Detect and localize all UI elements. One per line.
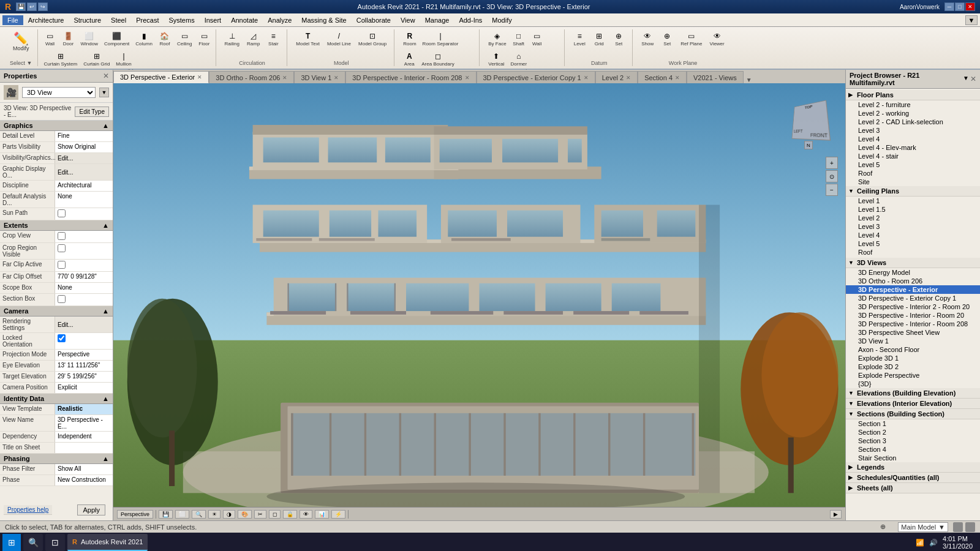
analysis-display-btn[interactable]: 📊: [315, 510, 329, 519]
menu-insert[interactable]: Insert: [200, 15, 227, 25]
ribbon-btn-ceiling[interactable]: ▭ Ceiling: [175, 29, 194, 48]
pb-cp-level5[interactable]: Level 5: [846, 239, 980, 248]
ribbon-btn-component[interactable]: ⬛ Component: [102, 29, 132, 48]
ribbon-btn-wall[interactable]: ▭ Wall: [42, 29, 59, 48]
far-clip-checkbox[interactable]: [58, 261, 66, 269]
show-hide-crop-btn[interactable]: ◻: [269, 510, 281, 519]
pb-item-level2-furniture[interactable]: Level 2 - furniture: [846, 100, 980, 109]
edit-type-button[interactable]: Edit Type: [75, 107, 109, 117]
nav-zoom-extent-btn[interactable]: ⊙: [826, 170, 838, 182]
main-model-dropdown[interactable]: Main Model ▼: [898, 522, 948, 532]
ribbon-btn-railing[interactable]: ⊥ Railing: [222, 29, 242, 48]
menu-architecture[interactable]: Architecture: [23, 15, 69, 25]
menu-precast[interactable]: Precast: [131, 15, 164, 25]
pb-cat-floor-plans[interactable]: ▶ Floor Plans: [846, 90, 980, 100]
ribbon-btn-set[interactable]: ⊕ Set: [610, 29, 627, 48]
display-model-btn[interactable]: ⬜: [175, 510, 189, 519]
properties-close-btn[interactable]: ✕: [103, 72, 109, 80]
sun-path-checkbox[interactable]: [58, 209, 66, 217]
pb-item-site[interactable]: Site: [846, 178, 980, 186]
pb-3d[interactable]: {3D}: [846, 380, 980, 388]
compass-icon[interactable]: N: [804, 141, 813, 149]
save-orientation-btn[interactable]: 💾: [159, 510, 173, 519]
menu-manage[interactable]: Manage: [420, 15, 454, 25]
qat-redo-btn[interactable]: ↪: [38, 2, 48, 11]
pb-item-level5[interactable]: Level 5: [846, 160, 980, 169]
identity-section-header[interactable]: Identity Data ▲: [0, 394, 113, 404]
locked-orient-checkbox[interactable]: [58, 334, 66, 342]
properties-help-link[interactable]: Properties help: [4, 505, 52, 515]
pb-3d-view-1[interactable]: 3D View 1: [846, 337, 980, 345]
ribbon-btn-door[interactable]: 🚪 Door: [60, 29, 77, 48]
pb-item-level2-cad[interactable]: Level 2 - CAD Link-selection: [846, 118, 980, 126]
pb-cat-schedules[interactable]: ▶ Schedules/Quantities (all): [846, 473, 980, 483]
tab-close-icon[interactable]: ✕: [334, 75, 339, 81]
ribbon-btn-window[interactable]: ⬜ Window: [78, 29, 100, 48]
nav-zoom-in-btn[interactable]: +: [826, 157, 838, 169]
tab-3d-view-1[interactable]: 3D View 1 ✕: [294, 71, 345, 83]
pb-section-1[interactable]: Section 1: [846, 419, 980, 428]
graphic-display-btn[interactable]: Edit...: [55, 164, 113, 180]
minimize-btn[interactable]: ─: [944, 2, 954, 11]
phasing-section-header[interactable]: Phasing ▲: [0, 454, 113, 464]
pb-cat-sections-building[interactable]: ▼ Sections (Building Section): [846, 409, 980, 419]
viewcube-box[interactable]: TOP LEFT FRONT: [792, 100, 831, 140]
ribbon-btn-ref-plane[interactable]: ▭ Ref Plane: [678, 29, 704, 48]
sync-icon[interactable]: [953, 522, 963, 532]
ribbon-btn-column[interactable]: ▮ Column: [133, 29, 155, 48]
tab-3d-perspective-exterior-copy[interactable]: 3D Perspective - Exterior Copy 1 ✕: [477, 71, 595, 83]
ribbon-btn-model-group[interactable]: ⊡ Model Group: [356, 29, 389, 48]
pb-cp-roof[interactable]: Roof: [846, 248, 980, 257]
pb-collapse-btn[interactable]: ▼: [963, 75, 969, 83]
menu-collaborate[interactable]: Collaborate: [352, 15, 396, 25]
tab-close-icon[interactable]: ✕: [465, 75, 470, 81]
section-box-checkbox[interactable]: [58, 295, 66, 303]
ribbon-btn-floor[interactable]: ▭ Floor: [195, 29, 213, 48]
pb-explode-3d-1[interactable]: Explode 3D 1: [846, 354, 980, 362]
visibility-graphics-btn[interactable]: Edit...: [55, 153, 113, 163]
ribbon-btn-level[interactable]: ≡ Level: [571, 29, 588, 48]
view-type-dropdown[interactable]: 3D View: [22, 87, 96, 98]
warning-icon[interactable]: [965, 522, 975, 532]
taskbar-revit-app[interactable]: R Autodesk Revit 2021: [67, 534, 148, 551]
tabs-overflow-btn[interactable]: ▼: [746, 77, 752, 83]
pb-stair-section[interactable]: Stair Section: [846, 454, 980, 462]
pb-cat-legends[interactable]: ▶ Legends: [846, 462, 980, 473]
camera-section-header[interactable]: Camera ▲: [0, 306, 113, 317]
pb-3d-perspective-interior[interactable]: 3D Perspective - Interior - Room 20: [846, 311, 980, 320]
ribbon-btn-dormer[interactable]: ⌂ Dormer: [508, 50, 530, 69]
ribbon-btn-room-sep[interactable]: | Room Separator: [420, 29, 461, 48]
sun-path-btn[interactable]: ☀: [208, 510, 221, 519]
tab-close-icon[interactable]: ✕: [282, 75, 287, 81]
show-rendering-btn[interactable]: 👁: [300, 510, 312, 519]
ribbon-btn-model-text[interactable]: T Model Text: [293, 29, 322, 48]
extents-section-header[interactable]: Extents ▲: [0, 220, 113, 231]
pb-section-2[interactable]: Section 2: [846, 428, 980, 437]
perspective-mode-btn[interactable]: Perspective: [117, 510, 153, 519]
menu-file[interactable]: File: [2, 15, 23, 25]
apply-button[interactable]: Apply: [77, 504, 105, 515]
close-btn[interactable]: ✕: [965, 2, 975, 11]
pb-3d-energy[interactable]: 3D Energy Model: [846, 268, 980, 277]
ribbon-btn-area-boundary[interactable]: ◻ Area Boundary: [419, 50, 456, 69]
graphics-section-header[interactable]: Graphics ▲: [0, 121, 113, 131]
ribbon-btn-roof[interactable]: 🏠 Roof: [156, 29, 173, 48]
detail-level-btn[interactable]: ▶: [830, 510, 842, 519]
ribbon-btn-set-wp[interactable]: ⊕ Set: [658, 29, 676, 48]
menu-structure[interactable]: Structure: [69, 15, 106, 25]
pb-cp-level1[interactable]: Level 1: [846, 197, 980, 205]
visual-style-btn[interactable]: 🔍: [192, 510, 206, 519]
ribbon-btn-area[interactable]: A Area: [401, 50, 418, 69]
pb-close-btn[interactable]: ✕: [970, 75, 976, 83]
pb-item-level2-working[interactable]: Level 2 - working: [846, 109, 980, 118]
pb-cp-level2[interactable]: Level 2: [846, 214, 980, 222]
crop-view-btn[interactable]: ✂: [254, 510, 266, 519]
ribbon-btn-vertical[interactable]: ⬆ Vertical: [486, 50, 507, 69]
rendering-settings-btn[interactable]: Edit...: [55, 317, 113, 332]
menu-addins[interactable]: Add-Ins: [454, 15, 487, 25]
pb-item-level4[interactable]: Level 4: [846, 135, 980, 143]
tab-3d-perspective-interior-208[interactable]: 3D Perspective - Interior - Room 208 ✕: [345, 71, 476, 83]
qat-save-btn[interactable]: 💾: [16, 2, 26, 11]
pb-axon-second[interactable]: Axon - Second Floor: [846, 345, 980, 354]
ribbon-btn-curtain-system[interactable]: ⊞ Curtain System: [42, 50, 80, 69]
